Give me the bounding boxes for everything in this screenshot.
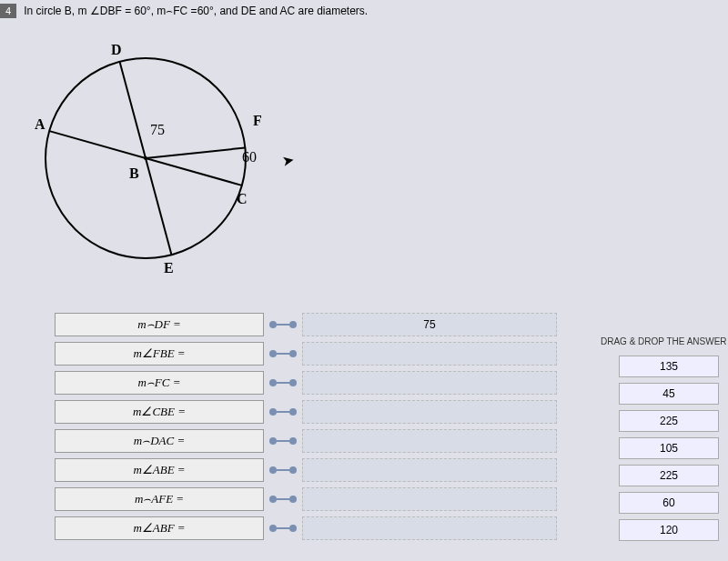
- bank-item[interactable]: 225: [619, 410, 719, 432]
- label-D: D: [111, 42, 122, 58]
- connector-icon: [269, 466, 297, 474]
- label-mDAC: m⌢DAC =: [55, 429, 264, 453]
- question-text: In circle B, m ∠DBF = 60°, m⌢FC =60°, an…: [24, 5, 368, 17]
- label-B: B: [129, 165, 139, 182]
- bank-item[interactable]: 225: [619, 465, 719, 486]
- label-mABE: m∠ABE =: [55, 458, 264, 482]
- drop-mFC[interactable]: [302, 371, 557, 395]
- bank-item[interactable]: 45: [619, 383, 719, 405]
- bank-item[interactable]: 60: [619, 492, 719, 514]
- label-mDF: m⌢DF =: [55, 313, 264, 336]
- label-mABF: m∠ABF =: [55, 516, 264, 540]
- drop-mABE[interactable]: [302, 458, 557, 482]
- connector-icon: [269, 437, 297, 445]
- drop-mCBE[interactable]: [302, 400, 557, 424]
- label-mCBE: m∠CBE =: [55, 400, 264, 424]
- angle-75: 75: [150, 122, 165, 138]
- bank-item[interactable]: 105: [619, 437, 719, 459]
- svg-point-4: [144, 156, 147, 160]
- drop-mDAC[interactable]: [302, 429, 557, 453]
- connector-icon: [269, 379, 297, 386]
- label-C: C: [237, 191, 248, 207]
- drop-mFBE[interactable]: [302, 342, 557, 366]
- connector-icon: [269, 525, 297, 532]
- circle-diagram: D A F C E B 75 60 ➤: [27, 22, 300, 295]
- connector-icon: [269, 321, 297, 328]
- drop-mABF[interactable]: [302, 516, 557, 540]
- connector-icon: [269, 408, 297, 416]
- answer-bank: DRAG & DROP THE ANSWER 135 45 225 105 22…: [601, 336, 728, 546]
- drop-mDF[interactable]: 75: [302, 313, 557, 336]
- label-F: F: [253, 113, 262, 129]
- bank-item[interactable]: 120: [619, 519, 719, 541]
- bank-title: DRAG & DROP THE ANSWER: [601, 336, 728, 346]
- label-mFBE: m∠FBE =: [55, 342, 264, 366]
- question-badge: 4: [0, 4, 16, 18]
- bank-item[interactable]: 135: [619, 356, 719, 377]
- label-A: A: [35, 116, 46, 133]
- angle-60: 60: [242, 149, 257, 165]
- connector-icon: [269, 496, 297, 503]
- connector-icon: [269, 350, 297, 357]
- label-E: E: [164, 260, 174, 276]
- svg-line-3: [146, 148, 245, 159]
- label-mFC: m⌢FC =: [55, 371, 264, 395]
- drop-mAFE[interactable]: [302, 487, 557, 511]
- label-mAFE: m⌢AFE =: [55, 487, 264, 511]
